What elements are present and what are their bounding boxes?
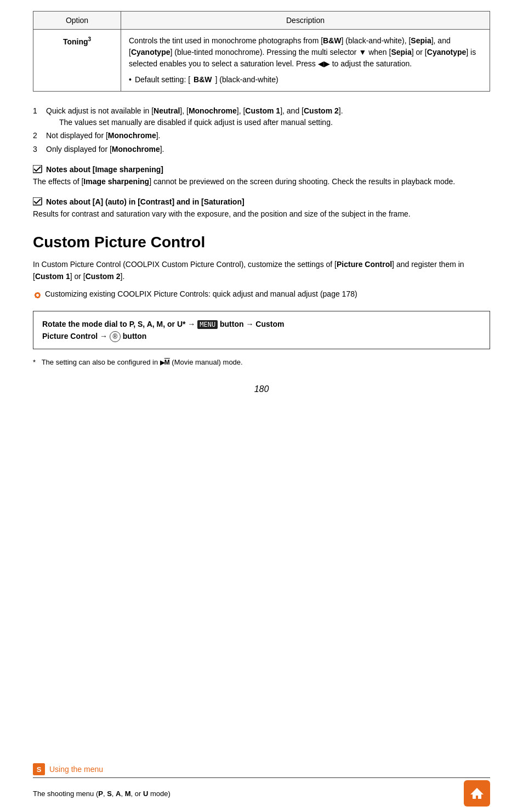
note1-body: The effects of [Image sharpening] cannot… [33,176,490,188]
note2-body: Results for contrast and saturation vary… [33,208,490,220]
svg-marker-4 [470,788,484,799]
section-body-text: In Custom Picture Control (COOLPIX Custo… [33,258,490,283]
asterisk-note: * The setting can also be configured in … [33,357,490,368]
footnote-number-3: 3 [33,143,42,155]
option-label-toning: Toning3 [63,37,91,46]
note1-heading: Notes about [Image sharpening] [33,165,490,174]
note1-heading-text: Notes about [Image sharpening] [46,165,163,174]
page-number: 180 [33,384,490,394]
note2-heading-text: Notes about [A] (auto) in [Contrast] and… [46,197,245,206]
note2-icon [33,197,43,206]
toning-desc-para1: Controls the tint used in monochrome pho… [129,35,482,70]
footnote-1-text: Quick adjust is not available in [Neutra… [46,105,343,128]
toning-default: Default setting: [B&W] (black-and-white) [129,74,482,86]
footer-icon: S [33,763,45,775]
footnote-3: 3 Only displayed for [Monochrome]. [33,143,490,155]
tip-line: ⭘ Customizing existing COOLPIX Picture C… [33,288,490,303]
svg-text:S: S [37,765,42,774]
footnote-3-text: Only displayed for [Monochrome]. [46,143,164,155]
footnote-1: 1 Quick adjust is not available in [Neut… [33,105,490,128]
footnote-number-2: 2 [33,129,42,141]
instruction-box: Rotate the mode dial to P, S, A, M, or U… [33,311,490,350]
option-table: Option Description Toning3 Controls the … [33,11,490,92]
table-header-option: Option [33,12,121,30]
footer: S Using the menu The shooting menu (P, S… [0,763,523,812]
instruction-line1: Rotate the mode dial to P, S, A, M, or U… [42,318,481,330]
superscript-3: 3 [88,36,92,42]
note2-heading: Notes about [A] (auto) in [Contrast] and… [33,197,490,206]
note-contrast-saturation: Notes about [A] (auto) in [Contrast] and… [33,197,490,220]
note1-icon [33,165,43,174]
table-cell-option: Toning3 [33,30,121,92]
footnote-2: 2 Not displayed for [Monochrome]. [33,129,490,141]
home-button[interactable] [464,780,490,807]
footnote-2-text: Not displayed for [Monochrome]. [46,129,161,141]
footer-top: S Using the menu [33,763,490,775]
footer-bottom: The shooting menu (P, S, A, M, or U mode… [33,780,490,807]
footer-link-text[interactable]: Using the menu [49,765,103,774]
table-cell-description: Controls the tint used in monochrome pho… [121,30,490,92]
footnote-number-1: 1 [33,105,42,128]
section-heading: Custom Picture Control [33,233,490,252]
footnote-1-sub: The values set manually are disabled if … [59,117,343,128]
footnotes-section: 1 Quick adjust is not available in [Neut… [33,105,490,155]
tip-text: Customizing existing COOLPIX Picture Con… [45,288,357,300]
footer-divider [33,777,490,778]
tip-icon: ⭘ [33,288,43,303]
instruction-line2: Picture Control → ® button [42,330,481,342]
table-header-description: Description [121,12,490,30]
table-row-toning: Toning3 Controls the tint used in monoch… [33,30,490,92]
footer-subtitle: The shooting menu (P, S, A, M, or U mode… [33,790,170,798]
note-image-sharpening: Notes about [Image sharpening] The effec… [33,165,490,188]
